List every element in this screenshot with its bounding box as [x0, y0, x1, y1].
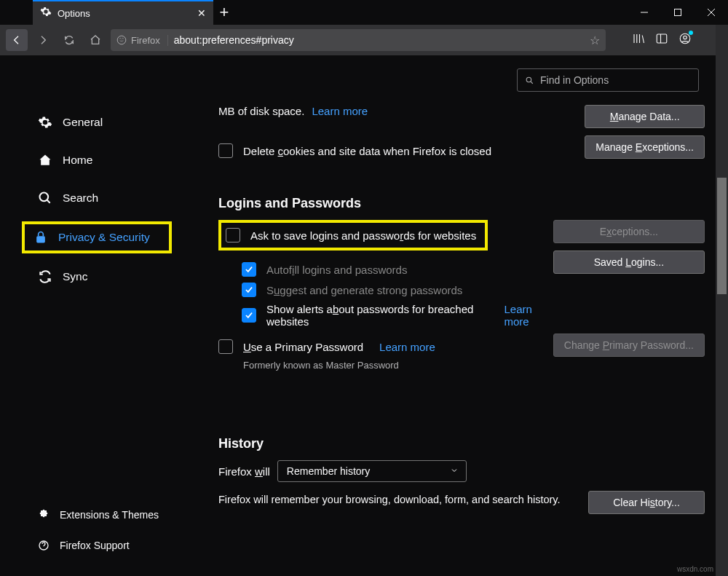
svg-point-20	[526, 77, 531, 82]
lock-icon	[33, 230, 48, 245]
sidebar-item-home[interactable]: Home	[0, 146, 182, 175]
primary-password-checkbox[interactable]	[218, 339, 233, 354]
sidebar: General Home Search Privacy & Security S…	[0, 55, 182, 576]
url-text: about:preferences#privacy	[174, 34, 584, 46]
svg-rect-18	[36, 236, 45, 242]
security-label: Firefox	[131, 35, 160, 46]
chevron-down-icon	[450, 465, 459, 477]
sidebar-item-label: Extensions & Themes	[60, 509, 159, 521]
toolbar-icons	[610, 32, 696, 48]
sidebar-item-label: Sync	[63, 270, 87, 283]
sidebar-item-label: Home	[63, 154, 92, 167]
sidebar-item-label: General	[63, 116, 103, 129]
search-icon	[38, 191, 52, 205]
sidebar-item-sync[interactable]: Sync	[0, 262, 182, 291]
manage-data-button[interactable]: Manage Data...	[585, 105, 705, 128]
history-mode-select[interactable]: Remember history	[277, 460, 467, 482]
browser-tab[interactable]: Options ✕	[33, 0, 213, 25]
svg-rect-1	[675, 9, 681, 16]
search-icon	[525, 76, 534, 85]
svg-point-4	[117, 36, 126, 44]
delete-cookies-checkbox[interactable]	[218, 143, 233, 158]
titlebar: Options ✕ +	[0, 0, 728, 25]
history-description: Firefox will remember your browsing, dow…	[218, 492, 582, 508]
sidebar-item-label: Search	[63, 192, 98, 205]
ask-save-logins-checkbox[interactable]	[226, 228, 240, 242]
reload-button[interactable]	[58, 29, 80, 51]
search-placeholder: Find in Options	[540, 74, 609, 86]
primary-learn-more-link[interactable]: Learn more	[379, 341, 435, 353]
tab-title: Options	[58, 8, 197, 19]
change-primary-password-button[interactable]: Change Primary Password...	[553, 334, 705, 357]
maximize-button[interactable]	[661, 0, 695, 25]
bookmark-star-icon[interactable]: ☆	[590, 33, 600, 47]
sidebar-support[interactable]: Firefox Support	[0, 532, 182, 559]
breach-alerts-label: Show alerts about passwords for breached…	[266, 303, 488, 328]
new-tab-button[interactable]: +	[213, 0, 235, 25]
svg-line-21	[531, 82, 533, 84]
logins-heading: Logins and Passwords	[218, 196, 705, 211]
suggest-passwords-label: Suggest and generate strong passwords	[266, 284, 462, 296]
logins-exceptions-button[interactable]: Exceptions...	[553, 220, 705, 243]
manage-exceptions-button[interactable]: Manage Exceptions...	[585, 135, 705, 159]
disk-space-line: MB of disk space. Learn more	[218, 105, 585, 117]
account-icon[interactable]	[678, 32, 692, 48]
home-button[interactable]	[84, 29, 106, 51]
help-icon	[38, 540, 50, 551]
autofill-label: Autofill logins and passwords	[266, 264, 407, 276]
sidebar-item-privacy[interactable]: Privacy & Security	[22, 221, 172, 253]
saved-logins-button[interactable]: Saved Logins...	[553, 250, 705, 274]
find-in-options-input[interactable]: Find in Options	[517, 68, 699, 92]
forward-button[interactable]	[32, 29, 54, 51]
close-window-button[interactable]	[695, 0, 728, 25]
ask-save-logins-label: Ask to save logins and passwords for web…	[250, 229, 476, 242]
firefox-will-label: Firefox will	[218, 465, 270, 478]
watermark: wsxdn.com	[677, 565, 713, 573]
history-mode-value: Remember history	[287, 465, 370, 477]
svg-line-17	[47, 200, 50, 203]
urlbar: Firefox about:preferences#privacy ☆	[0, 25, 728, 55]
gear-icon	[40, 6, 52, 20]
breach-alerts-checkbox[interactable]	[242, 308, 256, 323]
main-content: Find in Options MB of disk space. Learn …	[182, 55, 728, 576]
sidebar-item-label: Privacy & Security	[58, 231, 150, 244]
primary-password-label: Use a Primary Password	[243, 341, 363, 353]
window-controls	[628, 0, 728, 25]
suggest-passwords-checkbox[interactable]	[242, 283, 256, 297]
sidebar-item-label: Firefox Support	[60, 540, 130, 551]
svg-line-8	[642, 36, 644, 44]
disk-learn-more-link[interactable]: Learn more	[312, 105, 368, 117]
library-icon[interactable]	[632, 32, 645, 48]
puzzle-icon	[38, 509, 50, 521]
back-button[interactable]	[6, 29, 28, 51]
svg-rect-9	[657, 34, 667, 43]
address-bar[interactable]: Firefox about:preferences#privacy ☆	[111, 29, 606, 51]
svg-point-16	[40, 193, 49, 202]
home-icon	[38, 153, 52, 167]
delete-cookies-label: Delete cookies and site data when Firefo…	[243, 145, 491, 157]
sidebar-icon[interactable]	[655, 32, 668, 48]
sidebar-item-general[interactable]: General	[0, 108, 182, 137]
sidebar-extensions[interactable]: Extensions & Themes	[0, 502, 182, 528]
gear-icon	[38, 115, 52, 130]
sidebar-item-search[interactable]: Search	[0, 184, 182, 213]
svg-point-12	[684, 36, 687, 39]
formerly-text: Formerly known as Master Password	[243, 360, 553, 371]
sync-icon	[38, 269, 52, 284]
vertical-scrollbar[interactable]	[716, 25, 728, 576]
close-tab-icon[interactable]: ✕	[197, 7, 206, 19]
breach-learn-more-link[interactable]: Learn more	[504, 303, 553, 328]
scrollbar-thumb[interactable]	[717, 178, 727, 294]
autofill-checkbox[interactable]	[242, 262, 256, 277]
minimize-button[interactable]	[628, 0, 661, 25]
clear-history-button[interactable]: Clear History...	[588, 491, 705, 514]
history-heading: History	[218, 436, 705, 451]
connection-info[interactable]: Firefox	[116, 35, 168, 46]
